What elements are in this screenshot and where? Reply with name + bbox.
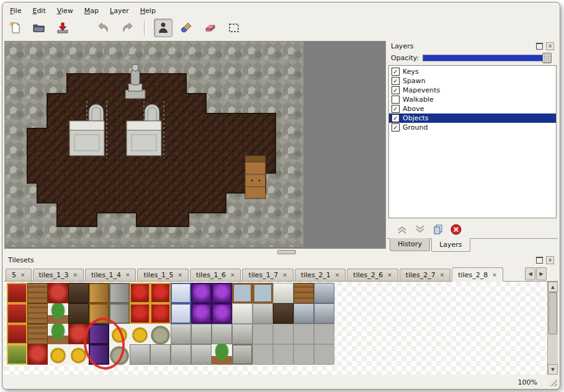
layer-row-walkable[interactable]: Walkable bbox=[389, 95, 556, 104]
menu-view[interactable]: View bbox=[52, 6, 78, 16]
select-tool-button[interactable] bbox=[225, 19, 243, 37]
tile-pedestal-base[interactable] bbox=[232, 344, 253, 365]
layer-checkbox[interactable]: ✓ bbox=[392, 68, 400, 76]
tile-gray-door-top[interactable] bbox=[109, 283, 130, 303]
tile-purple-throne-top-left[interactable] bbox=[191, 283, 212, 303]
tile-statue-base-4[interactable] bbox=[191, 344, 212, 365]
tile-gray-armor[interactable] bbox=[293, 303, 314, 324]
tileset-tab-tiles_1_4[interactable]: tiles_1_4× bbox=[85, 269, 136, 281]
menu-layer[interactable]: Layer bbox=[105, 6, 134, 16]
tile-angel-statue-2[interactable] bbox=[191, 324, 212, 344]
tile-stone-tile-5[interactable] bbox=[253, 344, 273, 365]
raise-layer-button[interactable] bbox=[396, 223, 408, 236]
map-viewport[interactable] bbox=[4, 41, 386, 249]
tile-dark-cabinet-bottom[interactable] bbox=[68, 303, 89, 324]
tile-gold-crown[interactable] bbox=[130, 324, 150, 344]
tile-red-throne-top-left[interactable] bbox=[130, 283, 150, 303]
tab-close-icon[interactable]: × bbox=[335, 272, 340, 278]
tile-stone-tile-8[interactable] bbox=[314, 344, 334, 365]
panel-tab-history[interactable]: History bbox=[390, 238, 430, 251]
redo-button[interactable] bbox=[118, 19, 137, 37]
tab-close-icon[interactable]: × bbox=[282, 272, 287, 278]
resize-grip[interactable] bbox=[548, 377, 557, 386]
menu-file[interactable]: File bbox=[5, 6, 26, 16]
map-canvas[interactable] bbox=[5, 42, 303, 247]
tile-blue-shield-top[interactable] bbox=[171, 283, 191, 303]
scrollbar-thumb[interactable] bbox=[548, 292, 557, 334]
layer-checkbox[interactable]: ✓ bbox=[392, 123, 400, 131]
layer-row-keys[interactable]: ✓Keys bbox=[389, 67, 556, 76]
tile-armor-top[interactable] bbox=[314, 283, 334, 303]
tile-mirror-top[interactable] bbox=[232, 283, 253, 303]
tileset-tab-tiles_1_6[interactable]: tiles_1_6× bbox=[190, 269, 241, 281]
tile-angel-statue-1[interactable] bbox=[171, 324, 191, 344]
tab-close-icon[interactable]: × bbox=[125, 272, 130, 278]
tile-blue-shield-bottom[interactable] bbox=[171, 303, 191, 324]
undo-button[interactable] bbox=[94, 19, 113, 37]
panel-tab-layers[interactable]: Layers bbox=[431, 238, 470, 252]
tile-mirror-bottom[interactable] bbox=[232, 303, 253, 324]
tab-close-icon[interactable]: × bbox=[387, 272, 392, 278]
tile-gold-door-bottom[interactable] bbox=[89, 303, 109, 324]
duplicate-layer-button[interactable] bbox=[432, 223, 444, 236]
tile-spinning-wheel[interactable] bbox=[27, 303, 48, 324]
tile-red-banner-top[interactable] bbox=[7, 283, 27, 303]
layer-checkbox[interactable]: ✓ bbox=[392, 86, 400, 94]
tile-gray-door-bottom[interactable] bbox=[109, 303, 130, 324]
eraser-tool-button[interactable] bbox=[201, 19, 220, 37]
tileset-tab-tiles_2_6[interactable]: tiles_2_6× bbox=[347, 269, 398, 281]
tile-red-throne-bottom-left[interactable] bbox=[130, 303, 150, 324]
opacity-slider-handle[interactable] bbox=[542, 53, 552, 63]
tabs-scroll-right-icon[interactable]: ▶ bbox=[536, 267, 547, 280]
tab-close-icon[interactable]: × bbox=[177, 272, 182, 278]
tileset-tab-tiles_1_5[interactable]: tiles_1_5× bbox=[137, 269, 188, 281]
float-panel-icon[interactable] bbox=[536, 257, 543, 264]
save-button[interactable] bbox=[53, 19, 72, 37]
tile-stone-tile-1[interactable] bbox=[253, 324, 273, 344]
tile-gold-door-top[interactable] bbox=[89, 283, 109, 303]
tile-red-pot[interactable] bbox=[27, 344, 48, 365]
layer-row-objects[interactable]: ✓Objects bbox=[389, 114, 556, 123]
stamp-tool-button[interactable] bbox=[154, 19, 172, 37]
tile-rock-pile[interactable] bbox=[109, 344, 130, 365]
tile-gargoyle-2[interactable] bbox=[232, 324, 253, 344]
tile-red-throne-top-right[interactable] bbox=[150, 283, 171, 303]
close-panel-icon[interactable]: × bbox=[546, 256, 554, 264]
horizontal-splitter[interactable] bbox=[4, 249, 386, 254]
tabs-scroll-left-icon[interactable]: ◀ bbox=[525, 267, 535, 280]
fill-tool-button[interactable] bbox=[177, 19, 196, 37]
tile-purple-door-bottom[interactable] bbox=[89, 344, 109, 365]
tab-close-icon[interactable]: × bbox=[73, 272, 78, 278]
tab-close-icon[interactable]: × bbox=[440, 272, 445, 278]
delete-layer-button[interactable] bbox=[450, 223, 462, 236]
layer-row-above[interactable]: ✓Above bbox=[389, 104, 556, 114]
tile-picture-frame[interactable] bbox=[253, 283, 273, 303]
tile-stone-tile-6[interactable] bbox=[273, 344, 293, 365]
layer-row-mapevents[interactable]: ✓Mapevents bbox=[389, 86, 556, 95]
menu-help[interactable]: Help bbox=[135, 6, 161, 16]
tab-close-icon[interactable]: × bbox=[20, 272, 25, 278]
layer-checkbox[interactable]: ✓ bbox=[392, 114, 400, 122]
tile-stone-tile-3[interactable] bbox=[293, 324, 314, 344]
layer-row-ground[interactable]: ✓Ground bbox=[389, 123, 556, 132]
tileset-tab-tiles_2_8[interactable]: tiles_2_8× bbox=[452, 267, 503, 282]
layer-row-spawn[interactable]: ✓Spawn bbox=[389, 76, 556, 86]
tile-wood-bench[interactable] bbox=[293, 283, 314, 303]
tileset-scrollbar[interactable]: ▲ ▼ bbox=[547, 282, 558, 375]
tileset-tab-tiles_2_7[interactable]: tiles_2_7× bbox=[400, 269, 450, 281]
tile-red-throne-bottom-right[interactable] bbox=[150, 303, 171, 324]
tile-green-banner[interactable] bbox=[7, 344, 27, 365]
tile-stone-tile-7[interactable] bbox=[293, 344, 314, 365]
tile-plant-2[interactable] bbox=[48, 324, 68, 344]
float-panel-icon[interactable] bbox=[536, 43, 543, 50]
tile-white-rock[interactable] bbox=[150, 324, 171, 344]
menu-map[interactable]: Map bbox=[79, 6, 104, 16]
scroll-up-icon[interactable]: ▲ bbox=[548, 282, 558, 292]
tileset-tab-5[interactable]: 5× bbox=[6, 269, 32, 281]
layer-checkbox[interactable] bbox=[392, 96, 400, 104]
tile-white-pillar-top[interactable] bbox=[273, 283, 293, 303]
tileset-tab-tiles_2_1[interactable]: tiles_2_1× bbox=[295, 269, 346, 281]
tile-knight-armor[interactable] bbox=[314, 303, 334, 324]
tile-gargoyle-1[interactable] bbox=[212, 324, 232, 344]
lower-layer-button[interactable] bbox=[414, 223, 426, 236]
